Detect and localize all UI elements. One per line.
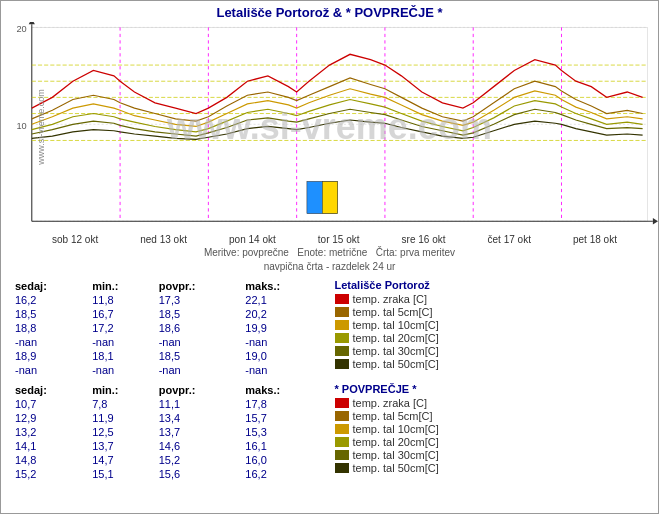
svg-marker-7: [653, 218, 658, 224]
chart-title: Letališče Portorož & * POVPREČJE *: [1, 1, 658, 22]
s2-row0: 10,7 7,8 11,1 17,8: [11, 397, 325, 411]
x-label-1: ned 13 okt: [140, 234, 187, 245]
svg-text:10: 10: [16, 119, 26, 130]
s1-legend-label-5: temp. tal 50cm[C]: [353, 358, 439, 370]
svg-text:20: 20: [16, 22, 26, 33]
s2-color-5: [335, 463, 349, 473]
s2-legend-label-0: temp. zraka [C]: [353, 397, 428, 409]
svg-marker-9: [29, 22, 35, 24]
data-section-bottom: sedaj: min.: povpr.: maks.: 10,7 7,8 11,…: [1, 383, 658, 481]
s1-legend-label-1: temp. tal 5cm[C]: [353, 306, 433, 318]
y-axis-label: www.si-vreme.com: [36, 89, 46, 165]
s2-legend-5: temp. tal 50cm[C]: [335, 462, 649, 474]
s2-color-4: [335, 450, 349, 460]
s1-row2: 18,8 17,2 18,6 19,9: [11, 321, 325, 335]
s1-row0: 16,2 11,8 17,3 22,1: [11, 293, 325, 307]
s1-h0: sedaj:: [11, 279, 88, 293]
s1-h1: min.:: [88, 279, 155, 293]
section1-legend-title: Letališče Portorož: [335, 279, 649, 291]
s2-legend-label-4: temp. tal 30cm[C]: [353, 449, 439, 461]
x-label-3: tor 15 okt: [318, 234, 360, 245]
s2-color-3: [335, 437, 349, 447]
s2-h2: povpr.:: [155, 383, 242, 397]
s2-legend-label-1: temp. tal 5cm[C]: [353, 410, 433, 422]
s2-row1: 12,9 11,9 13,4 15,7: [11, 411, 325, 425]
s2-legend-label-2: temp. tal 10cm[C]: [353, 423, 439, 435]
s1-legend-label-0: temp. zraka [C]: [353, 293, 428, 305]
s1-color-2: [335, 320, 349, 330]
s1-row1: 18,5 16,7 18,5 20,2: [11, 307, 325, 321]
s2-legend-2: temp. tal 10cm[C]: [335, 423, 649, 435]
s2-legend-3: temp. tal 20cm[C]: [335, 436, 649, 448]
section2-legend-title: * POVPREČJE *: [335, 383, 649, 395]
x-label-2: pon 14 okt: [229, 234, 276, 245]
s1-legend-4: temp. tal 30cm[C]: [335, 345, 649, 357]
s1-h3: maks.:: [241, 279, 324, 293]
main-container: Letališče Portorož & * POVPREČJE * www.s…: [0, 0, 659, 514]
x-axis-labels: sob 12 okt ned 13 okt pon 14 okt tor 15 …: [1, 232, 658, 245]
x-label-6: pet 18 okt: [573, 234, 617, 245]
s1-color-4: [335, 346, 349, 356]
section2-legend: * POVPREČJE * temp. zraka [C] temp. tal …: [335, 383, 649, 481]
chart-svg: 20 10: [1, 22, 658, 232]
x-label-5: čet 17 okt: [488, 234, 531, 245]
x-label-0: sob 12 okt: [52, 234, 98, 245]
s2-legend-1: temp. tal 5cm[C]: [335, 410, 649, 422]
s2-color-1: [335, 411, 349, 421]
s1-color-3: [335, 333, 349, 343]
meritve-label: Meritve: povprečne: [204, 247, 289, 258]
s1-h2: povpr.:: [155, 279, 242, 293]
s1-legend-2: temp. tal 10cm[C]: [335, 319, 649, 331]
s2-row4: 14,8 14,7 15,2 16,0: [11, 453, 325, 467]
meta-info: Meritve: povprečne Enote: metrične Črta:…: [1, 245, 658, 260]
s2-row2: 13,2 12,5 13,7 15,3: [11, 425, 325, 439]
s2-h3: maks.:: [241, 383, 324, 397]
section1-table: sedaj: min.: povpr.: maks.: 16,2 11,8 17…: [11, 279, 325, 377]
s1-color-0: [335, 294, 349, 304]
s1-row3: -nan -nan -nan -nan: [11, 335, 325, 349]
data-section-top: sedaj: min.: povpr.: maks.: 16,2 11,8 17…: [1, 275, 658, 377]
section2-table: sedaj: min.: povpr.: maks.: 10,7 7,8 11,…: [11, 383, 325, 481]
s1-legend-0: temp. zraka [C]: [335, 293, 649, 305]
s1-row5: -nan -nan -nan -nan: [11, 363, 325, 377]
s1-color-1: [335, 307, 349, 317]
x-label-4: sre 16 okt: [402, 234, 446, 245]
s1-legend-label-3: temp. tal 20cm[C]: [353, 332, 439, 344]
crta-label: Črta: prva meritev: [376, 247, 455, 258]
s1-color-5: [335, 359, 349, 369]
chart-area: www.si-vreme.com 20 10: [1, 22, 658, 232]
s2-color-2: [335, 424, 349, 434]
nav-bar: navpična črta - razdelek 24 ur: [1, 260, 658, 275]
svg-rect-22: [322, 181, 337, 213]
s2-legend-label-3: temp. tal 20cm[C]: [353, 436, 439, 448]
s1-legend-1: temp. tal 5cm[C]: [335, 306, 649, 318]
s2-h1: min.:: [88, 383, 155, 397]
s2-row5: 15,2 15,1 15,6 16,2: [11, 467, 325, 481]
s2-row3: 14,1 13,7 14,6 16,1: [11, 439, 325, 453]
s2-color-0: [335, 398, 349, 408]
s1-legend-label-2: temp. tal 10cm[C]: [353, 319, 439, 331]
s2-legend-0: temp. zraka [C]: [335, 397, 649, 409]
s1-legend-3: temp. tal 20cm[C]: [335, 332, 649, 344]
s2-legend-4: temp. tal 30cm[C]: [335, 449, 649, 461]
s2-h0: sedaj:: [11, 383, 88, 397]
s1-legend-label-4: temp. tal 30cm[C]: [353, 345, 439, 357]
s1-row4: 18,9 18,1 18,5 19,0: [11, 349, 325, 363]
enote-label: Enote: metrične: [297, 247, 367, 258]
s2-legend-label-5: temp. tal 50cm[C]: [353, 462, 439, 474]
section1-legend: Letališče Portorož temp. zraka [C] temp.…: [335, 279, 649, 377]
s1-legend-5: temp. tal 50cm[C]: [335, 358, 649, 370]
